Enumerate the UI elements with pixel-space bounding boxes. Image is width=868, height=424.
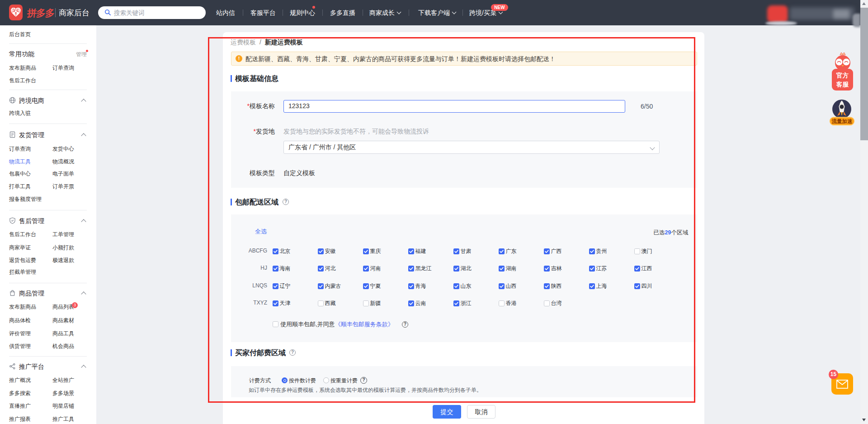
svg-text:流量加速: 流量加速: [832, 118, 853, 124]
